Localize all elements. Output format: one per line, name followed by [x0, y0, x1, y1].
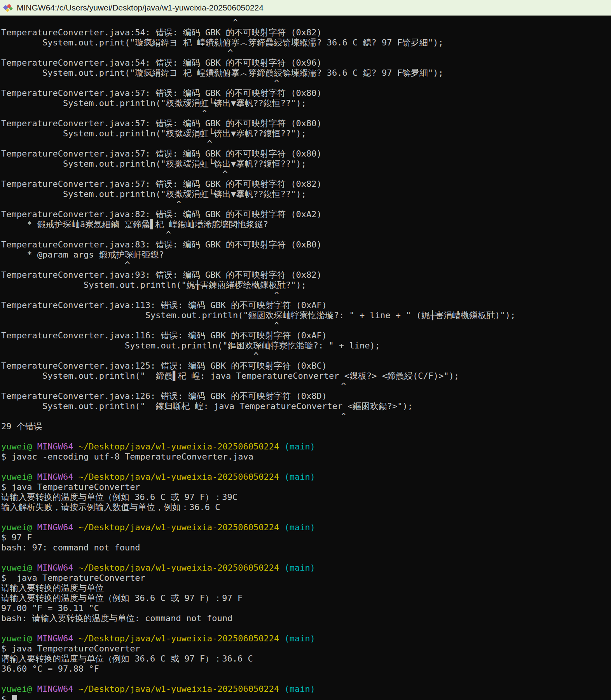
terminal-line: ^ — [1, 381, 611, 391]
terminal-text: System.out.println("杈撳叆涓虹└锛出▼搴帆??鍑恒??"); — [1, 189, 306, 199]
terminal-line: $ java TemperatureConverter — [1, 644, 611, 654]
terminal-line: * @param args 鍛戒护琛屽弬鏁? — [1, 250, 611, 260]
terminal-text: TemperatureConverter.java:116: 错误: 编码 GB… — [1, 331, 327, 340]
terminal-line: ^ — [1, 139, 611, 149]
terminal-text: 请输入要转换的温度与单位（例如 36.6 C 或 97 F）：97 F — [1, 593, 243, 603]
terminal-text: TemperatureConverter.java:57: 错误: 编码 GBK… — [1, 149, 322, 158]
terminal-line: 36.60 °C = 97.88 °F — [1, 664, 611, 674]
prompt-user: yuwei@ — [1, 684, 32, 694]
terminal-text: TemperatureConverter.java:54: 错误: 编码 GBK… — [1, 28, 322, 37]
terminal-text: System.out.print("璇疯緭鍏ヨ 杞 崲鐨勬俯搴︿笌鍗曟綅锛堜緥濡… — [1, 68, 443, 78]
error-caret: ^ — [1, 230, 171, 239]
terminal-line — [1, 623, 611, 634]
prompt-user: yuwei@ — [1, 472, 32, 482]
error-caret: ^ — [1, 381, 346, 391]
shell-prompt-line: yuwei@ MINGW64 ~/Desktop/java/w1-yuweixi… — [1, 442, 611, 452]
error-caret: ^ — [1, 48, 233, 57]
terminal-body[interactable]: ^TemperatureConverter.java:54: 错误: 编码 GB… — [0, 16, 611, 700]
prompt-path: ~/Desktop/java/w1-yuweixia-202506050224 — [73, 563, 279, 573]
terminal-line: System.out.println("鏂囦欢琛屾牸寮忔湁璇?: " + lin… — [1, 341, 611, 351]
terminal-line: System.out.print("璇疯緭鍏ヨ 杞 崲鐨勬俯搴︿笌鍗曟綅锛堜緥濡… — [1, 68, 611, 78]
terminal-text: TemperatureConverter.java:82: 错误: 编码 GBK… — [1, 209, 322, 219]
prompt-msystem: MINGW64 — [32, 684, 73, 694]
terminal-text: TemperatureConverter.java:125: 错误: 编码 GB… — [1, 361, 327, 371]
terminal-line: TemperatureConverter.java:82: 错误: 编码 GBK… — [1, 209, 611, 219]
prompt-user: yuwei@ — [1, 634, 32, 643]
window-titlebar[interactable]: MINGW64:/c/Users/yuwei/Desktop/java/w1-y… — [0, 0, 611, 16]
terminal-text: System.out.println("杈撳叆涓虹└锛出▼搴帆??鍑恒??"); — [1, 159, 306, 169]
terminal-text: System.out.println("娓╁害鍊煎繀椤绘槸鏁板瓧?"); — [1, 280, 306, 290]
shell-prompt-line: yuwei@ MINGW64 ~/Desktop/java/w1-yuweixi… — [1, 634, 611, 644]
prompt-msystem: MINGW64 — [32, 522, 73, 532]
terminal-line: ^ — [1, 48, 611, 58]
terminal-text: TemperatureConverter.java:57: 错误: 编码 GBK… — [1, 88, 322, 98]
terminal-line: System.out.println(" 鎵归噺杞 崲: java Temper… — [1, 401, 611, 411]
terminal-line: ^ — [1, 78, 611, 88]
terminal-text: System.out.println(" 鍗曟▌杞 崲: java Temper… — [1, 371, 459, 381]
terminal-line: ^ — [1, 17, 611, 28]
terminal-line: System.out.print("璇疯緭鍏ヨ 杞 崲鐨勬俯搴︿笌鍗曟綅锛堜緥濡… — [1, 38, 611, 48]
prompt-git-branch: (main) — [279, 684, 315, 694]
error-caret: ^ — [1, 199, 182, 209]
terminal-text: * @param args 鍛戒护琛屽弬鏁? — [1, 250, 164, 259]
terminal-line: ^ — [1, 169, 611, 179]
terminal-line: ^ — [1, 290, 611, 300]
terminal-line: System.out.println("杈撳叆涓虹└锛出▼搴帆??鍑恒??"); — [1, 159, 611, 169]
terminal-text: System.out.println("鏂囦欢琛屾牸寮忔湁璇?: " + lin… — [1, 310, 515, 320]
terminal-line: $ — [1, 694, 611, 700]
terminal-text: bash: 97: command not found — [1, 543, 140, 552]
error-caret: ^ — [1, 260, 130, 270]
terminal-line: TemperatureConverter.java:83: 错误: 编码 GBK… — [1, 240, 611, 250]
terminal-line: 请输入要转换的温度与单位（例如 36.6 C 或 97 F）：97 F — [1, 593, 611, 603]
terminal-line: TemperatureConverter.java:57: 错误: 编码 GBK… — [1, 149, 611, 159]
terminal-line: 输入解析失败，请按示例输入数值与单位，例如：36.6 C — [1, 502, 611, 512]
shell-prompt-line: yuwei@ MINGW64 ~/Desktop/java/w1-yuweixi… — [1, 563, 611, 573]
terminal-cursor[interactable] — [12, 695, 17, 700]
terminal-text: System.out.print("璇疯緭鍏ヨ 杞 崲鐨勬俯搴︿笌鍗曟綅锛堜緥濡… — [1, 38, 443, 47]
prompt-path: ~/Desktop/java/w1-yuweixia-202506050224 — [73, 634, 279, 643]
error-caret: ^ — [1, 78, 279, 88]
error-caret: ^ — [1, 108, 207, 118]
terminal-line: ^ — [1, 230, 611, 240]
error-caret: ^ — [1, 411, 346, 421]
terminal-text: TemperatureConverter.java:57: 错误: 编码 GBK… — [1, 179, 322, 189]
terminal-line: ^ — [1, 411, 611, 421]
terminal-line: ^ — [1, 320, 611, 331]
terminal-text: $ java TemperatureConverter — [1, 644, 140, 653]
terminal-line: TemperatureConverter.java:57: 错误: 编码 GBK… — [1, 118, 611, 129]
shell-prompt-line: yuwei@ MINGW64 ~/Desktop/java/w1-yuweixi… — [1, 684, 611, 694]
terminal-line: ^ — [1, 351, 611, 361]
terminal-line — [1, 674, 611, 684]
terminal-text: $ 97 F — [1, 533, 32, 542]
terminal-text: System.out.println("杈撳叆涓虹└锛出▼搴帆??鍑恒??"); — [1, 129, 306, 138]
prompt-git-branch: (main) — [279, 522, 315, 532]
terminal-text: TemperatureConverter.java:93: 错误: 编码 GBK… — [1, 270, 322, 280]
terminal-line: * 鍛戒护琛屾ā寮忥細鏀 寔鍗曟▌杞 崲鍜屾壒浠舵墭閲忚浆鎹? — [1, 219, 611, 230]
terminal-text: TemperatureConverter.java:83: 错误: 编码 GBK… — [1, 240, 322, 249]
terminal-line: TemperatureConverter.java:113: 错误: 编码 GB… — [1, 300, 611, 310]
terminal-line: $ java TemperatureConverter — [1, 573, 611, 583]
terminal-text: 请输入要转换的温度与单位（例如 36.6 C 或 97 F）：39C — [1, 492, 237, 502]
error-caret: ^ — [1, 169, 228, 179]
terminal-line: $ 97 F — [1, 533, 611, 543]
prompt-msystem: MINGW64 — [32, 442, 73, 451]
terminal-line: bash: 97: command not found — [1, 543, 611, 553]
error-caret: ^ — [1, 351, 258, 360]
terminal-line: bash: 请输入要转换的温度与单位: command not found — [1, 613, 611, 623]
terminal-line: TemperatureConverter.java:125: 错误: 编码 GB… — [1, 361, 611, 371]
terminal-text: 请输入要转换的温度与单位（例如 36.6 C 或 97 F）：36.6 C — [1, 654, 253, 663]
shell-prompt-line: yuwei@ MINGW64 ~/Desktop/java/w1-yuweixi… — [1, 522, 611, 533]
terminal-line: System.out.println("杈撳叆涓虹└锛出▼搴帆??鍑恒??"); — [1, 189, 611, 199]
terminal-text: $ — [1, 694, 12, 700]
prompt-user: yuwei@ — [1, 442, 32, 451]
terminal-line: 请输入要转换的温度与单位 — [1, 583, 611, 593]
terminal-text: 97.00 °F = 36.11 °C — [1, 603, 99, 613]
terminal-line: TemperatureConverter.java:54: 错误: 编码 GBK… — [1, 58, 611, 68]
prompt-user: yuwei@ — [1, 563, 32, 573]
terminal-line: TemperatureConverter.java:93: 错误: 编码 GBK… — [1, 270, 611, 280]
prompt-path: ~/Desktop/java/w1-yuweixia-202506050224 — [73, 684, 279, 694]
terminal-text: TemperatureConverter.java:54: 错误: 编码 GBK… — [1, 58, 322, 68]
terminal-line: TemperatureConverter.java:54: 错误: 编码 GBK… — [1, 28, 611, 38]
error-caret: ^ — [1, 320, 279, 330]
terminal-text: TemperatureConverter.java:57: 错误: 编码 GBK… — [1, 118, 322, 128]
